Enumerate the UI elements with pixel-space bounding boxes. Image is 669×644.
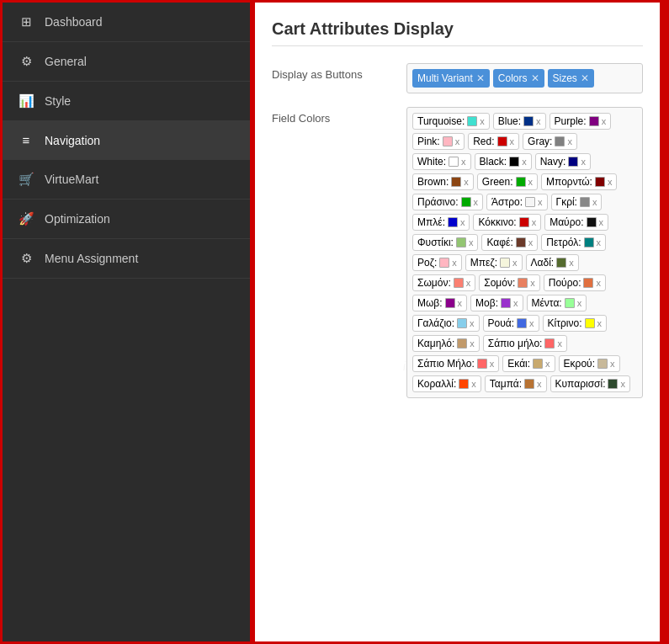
color-tag-3[interactable]: Pink:x — [412, 133, 465, 150]
color-tag-close-0[interactable]: x — [480, 116, 485, 126]
color-tag-17[interactable]: Μαύρο:x — [544, 214, 608, 231]
color-tag-24[interactable]: Σωμόν:x — [412, 274, 475, 291]
color-tag-close-10[interactable]: x — [528, 177, 534, 187]
color-tag-close-3[interactable]: x — [455, 136, 460, 146]
display-tag-close-multi-variant[interactable]: ✕ — [476, 72, 485, 84]
color-tag-close-39[interactable]: x — [537, 379, 542, 389]
color-tag-close-25[interactable]: x — [530, 278, 535, 288]
color-tag-close-9[interactable]: x — [464, 177, 469, 187]
sidebar: ⊞Dashboard⚙General📊Style≡Navigation🛒Virt… — [0, 0, 252, 644]
color-tag-32[interactable]: Κίτρινο:x — [543, 315, 607, 332]
color-tag-close-4[interactable]: x — [510, 136, 515, 146]
color-tag-10[interactable]: Green:x — [477, 173, 538, 190]
display-tag-sizes[interactable]: Sizes✕ — [548, 69, 594, 88]
color-tag-close-19[interactable]: x — [528, 237, 534, 247]
color-tag-13[interactable]: Άστρο:x — [486, 194, 548, 210]
color-tag-7[interactable]: Black:x — [475, 153, 532, 170]
sidebar-item-style[interactable]: 📊Style — [3, 82, 250, 121]
color-tag-2[interactable]: Purple:x — [550, 113, 612, 130]
color-tag-38[interactable]: Κοραλλί:x — [412, 375, 481, 392]
color-tag-close-17[interactable]: x — [599, 217, 604, 227]
color-tag-close-8[interactable]: x — [581, 157, 586, 167]
color-tag-close-24[interactable]: x — [466, 278, 471, 288]
display-tag-colors[interactable]: Colors✕ — [493, 69, 544, 88]
color-tag-11[interactable]: Μπορντώ:x — [541, 173, 617, 190]
color-tag-19[interactable]: Καφέ:x — [481, 234, 538, 251]
color-tag-39[interactable]: Ταμπά:x — [485, 375, 547, 392]
color-swatch-10 — [516, 177, 526, 187]
color-tag-31[interactable]: Ρουά:x — [483, 315, 539, 332]
color-tag-close-16[interactable]: x — [532, 217, 537, 227]
color-tag-5[interactable]: Gray:x — [523, 133, 577, 150]
color-tag-close-27[interactable]: x — [458, 298, 463, 308]
color-tag-close-31[interactable]: x — [529, 318, 534, 328]
color-tag-close-35[interactable]: x — [490, 359, 495, 369]
color-tag-9[interactable]: Brown:x — [412, 173, 474, 190]
color-tag-close-2[interactable]: x — [602, 116, 607, 126]
color-tag-34[interactable]: Σάπιο μήλο:x — [483, 335, 567, 352]
sidebar-item-general[interactable]: ⚙General — [3, 42, 250, 82]
color-tag-close-6[interactable]: x — [461, 157, 466, 167]
color-tag-close-40[interactable]: x — [620, 379, 625, 389]
sidebar-item-optimization[interactable]: 🚀Optimization — [3, 200, 250, 239]
color-tag-close-12[interactable]: x — [474, 197, 479, 207]
color-tag-close-20[interactable]: x — [597, 237, 602, 247]
sidebar-item-menu-assignment[interactable]: ⚙Menu Assignment — [3, 239, 250, 279]
color-tag-23[interactable]: Λαδί:x — [526, 254, 579, 271]
color-tag-close-32[interactable]: x — [597, 318, 603, 328]
color-tag-16[interactable]: Κόκκινο:x — [473, 214, 541, 231]
color-tag-27[interactable]: Μωβ:x — [412, 295, 467, 311]
color-tag-label-31: Ρουά: — [488, 317, 515, 329]
color-tag-26[interactable]: Πούρο:x — [544, 274, 606, 291]
color-tag-label-3: Pink: — [417, 136, 440, 147]
color-tag-close-18[interactable]: x — [469, 237, 474, 247]
color-tag-12[interactable]: Πράσινο:x — [412, 194, 483, 210]
color-tag-close-33[interactable]: x — [470, 338, 475, 349]
color-tag-28[interactable]: Μοβ:x — [470, 295, 523, 311]
display-tag-close-sizes[interactable]: ✕ — [581, 72, 589, 84]
color-tag-36[interactable]: Εκάι:x — [502, 355, 555, 372]
sidebar-item-navigation[interactable]: ≡Navigation — [3, 121, 250, 160]
color-tag-close-36[interactable]: x — [545, 359, 550, 369]
sidebar-item-virtuemart[interactable]: 🛒VirtueMart — [3, 160, 250, 200]
color-tag-close-5[interactable]: x — [567, 136, 572, 146]
color-tag-18[interactable]: Φυστίκι:x — [412, 234, 478, 251]
color-tag-close-22[interactable]: x — [512, 258, 518, 268]
color-tag-20[interactable]: Πετρόλ:x — [541, 234, 606, 251]
color-tag-close-14[interactable]: x — [592, 197, 597, 207]
color-tag-21[interactable]: Ροζ:x — [412, 254, 462, 271]
color-tag-close-7[interactable]: x — [522, 157, 527, 167]
color-tag-close-13[interactable]: x — [538, 197, 543, 207]
color-tag-close-38[interactable]: x — [471, 379, 476, 389]
color-tag-37[interactable]: Εκρού:x — [559, 355, 620, 372]
color-tag-close-34[interactable]: x — [557, 338, 562, 349]
color-tag-close-28[interactable]: x — [513, 298, 518, 308]
sidebar-item-dashboard[interactable]: ⊞Dashboard — [3, 3, 250, 42]
color-tag-close-26[interactable]: x — [596, 278, 601, 288]
color-tag-35[interactable]: Σάπιο Μήλο:x — [412, 355, 499, 372]
color-tag-8[interactable]: Navy:x — [535, 153, 591, 170]
color-tag-25[interactable]: Σομόν:x — [479, 274, 540, 291]
color-tag-close-1[interactable]: x — [536, 116, 541, 126]
color-tag-close-21[interactable]: x — [452, 258, 457, 268]
color-tag-close-37[interactable]: x — [610, 359, 615, 369]
color-tag-29[interactable]: Μέντα:x — [527, 295, 587, 311]
color-tag-close-30[interactable]: x — [470, 318, 475, 328]
color-tag-33[interactable]: Καμηλό:x — [412, 335, 480, 352]
color-tag-close-11[interactable]: x — [608, 177, 613, 187]
display-tag-multi-variant[interactable]: Multi Variant✕ — [412, 69, 490, 88]
color-tag-close-23[interactable]: x — [569, 258, 574, 268]
color-tag-4[interactable]: Red:x — [468, 133, 519, 150]
color-tag-6[interactable]: White:x — [412, 153, 471, 170]
color-tag-30[interactable]: Γαλάζιο:x — [412, 315, 480, 332]
color-tag-14[interactable]: Γκρί:x — [551, 194, 603, 210]
display-tag-close-colors[interactable]: ✕ — [531, 72, 539, 84]
color-tag-0[interactable]: Turquoise:x — [412, 113, 490, 130]
color-tag-1[interactable]: Blue:x — [493, 113, 546, 130]
color-tag-close-15[interactable]: x — [460, 217, 465, 227]
color-tag-22[interactable]: Μπεζ:x — [465, 254, 523, 271]
color-tag-close-29[interactable]: x — [577, 298, 582, 308]
color-tag-15[interactable]: Μπλέ:x — [412, 214, 470, 231]
color-tag-40[interactable]: Κυπαρισσί:x — [550, 375, 630, 392]
color-swatch-32 — [585, 318, 595, 328]
